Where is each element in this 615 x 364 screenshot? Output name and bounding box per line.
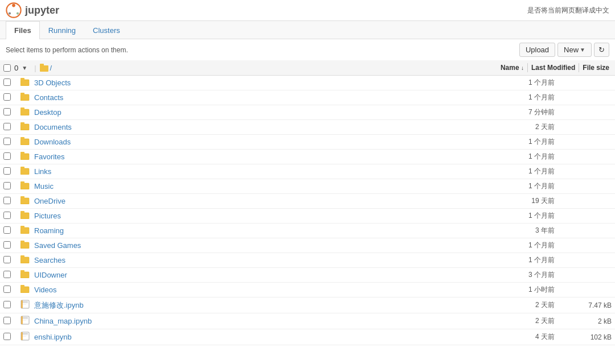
file-name[interactable]: 意施修改.ipynb [34, 300, 464, 311]
row-checkbox[interactable] [3, 93, 11, 101]
folder-icon [20, 270, 32, 280]
file-name[interactable]: 3D Objects [34, 78, 464, 87]
file-modified: 1 个月前 [464, 167, 555, 176]
row-checkbox[interactable] [3, 108, 11, 115]
file-name[interactable]: Links [34, 167, 464, 176]
row-checkbox[interactable] [3, 317, 11, 324]
file-name[interactable]: OneDrive [34, 197, 464, 205]
svg-rect-42 [22, 317, 28, 318]
svg-rect-15 [20, 137, 24, 140]
svg-rect-21 [20, 181, 24, 184]
folder-icon [20, 152, 32, 162]
file-size: 7.47 kB [555, 301, 612, 309]
row-checkbox[interactable] [3, 182, 11, 189]
folder-icon [20, 181, 32, 191]
table-row: Documents2 天前 [0, 120, 615, 135]
svg-rect-37 [22, 301, 28, 303]
row-checkbox[interactable] [3, 226, 11, 234]
modified-col-header[interactable]: Last Modified [529, 64, 577, 72]
file-name[interactable]: China_map.ipynb [34, 317, 464, 325]
row-checkbox[interactable] [3, 167, 11, 175]
upload-button[interactable]: Upload [519, 43, 555, 57]
row-checkbox[interactable] [3, 286, 11, 293]
file-name[interactable]: Searches [34, 256, 464, 264]
svg-rect-5 [40, 64, 44, 67]
svg-rect-17 [20, 152, 24, 155]
toolbar-hint: Select items to perform actions on them. [6, 46, 128, 54]
refresh-button[interactable]: ↻ [594, 43, 609, 57]
file-table: 3D Objects1 个月前Contacts1 个月前Desktop7 分钟前… [0, 76, 615, 345]
file-name[interactable]: Downloads [34, 138, 464, 146]
svg-rect-43 [22, 319, 28, 320]
new-button[interactable]: New ▼ [557, 43, 592, 57]
file-name[interactable]: enshi.ipynb [34, 333, 464, 341]
table-row: Links1 个月前 [0, 164, 615, 179]
row-checkbox[interactable] [3, 152, 11, 160]
jupyter-logo-icon [6, 2, 22, 18]
notebook-icon [20, 300, 32, 311]
breadcrumb: / [40, 64, 52, 72]
table-row: Favorites1 个月前 [0, 150, 615, 164]
svg-rect-9 [20, 93, 24, 96]
size-col-header[interactable]: File size [580, 64, 612, 72]
svg-rect-31 [20, 255, 24, 258]
svg-rect-35 [20, 285, 24, 288]
svg-rect-49 [22, 336, 26, 337]
file-modified: 3 个月前 [464, 270, 555, 280]
folder-icon [20, 226, 32, 235]
row-checkbox[interactable] [3, 138, 11, 145]
folder-breadcrumb-icon [40, 64, 49, 72]
file-name[interactable]: Favorites [34, 152, 464, 161]
table-row: Contacts1 个月前 [0, 90, 615, 105]
row-checkbox[interactable] [3, 256, 11, 263]
file-modified: 1 个月前 [464, 152, 555, 162]
folder-icon [20, 285, 32, 295]
file-name[interactable]: Saved Games [34, 241, 464, 250]
notebook-icon [20, 332, 32, 342]
row-checkbox[interactable] [3, 241, 11, 249]
file-name[interactable]: Contacts [34, 93, 464, 102]
file-size: 102 kB [555, 333, 612, 341]
svg-rect-29 [20, 241, 24, 243]
file-name[interactable]: Desktop [34, 108, 464, 117]
select-all-checkbox[interactable] [3, 64, 11, 72]
tab-running[interactable]: Running [40, 21, 84, 39]
row-checkbox[interactable] [3, 197, 11, 204]
tabs-bar: Files Running Clusters [0, 21, 615, 39]
row-checkbox[interactable] [3, 123, 11, 130]
svg-point-2 [17, 13, 19, 15]
folder-icon [20, 122, 32, 132]
row-checkbox[interactable] [3, 212, 11, 219]
file-name[interactable]: Pictures [34, 212, 464, 220]
svg-rect-19 [20, 167, 24, 169]
file-modified: 7 分钟前 [464, 107, 555, 117]
tab-clusters[interactable]: Clusters [84, 21, 129, 39]
svg-rect-33 [20, 270, 24, 273]
table-row: Downloads1 个月前 [0, 135, 615, 150]
logo: jupyter [6, 2, 59, 18]
svg-point-1 [12, 4, 15, 7]
svg-rect-7 [20, 78, 24, 81]
folder-icon [20, 107, 32, 117]
item-count: 0 [14, 64, 18, 72]
table-row: Roaming3 年前 [0, 224, 615, 238]
file-name[interactable]: Documents [34, 123, 464, 131]
svg-rect-13 [20, 122, 24, 125]
file-modified: 1 小时前 [464, 285, 555, 295]
tab-files[interactable]: Files [6, 21, 40, 39]
file-name[interactable]: Videos [34, 286, 464, 294]
row-checkbox[interactable] [3, 333, 11, 340]
svg-rect-23 [20, 196, 24, 199]
file-name[interactable]: UIDowner [34, 271, 464, 279]
row-checkbox[interactable] [3, 78, 11, 86]
folder-icon [20, 78, 32, 88]
row-checkbox[interactable] [3, 301, 11, 308]
table-row: China_map.ipynb2 天前2 kB [0, 313, 615, 329]
file-name[interactable]: Music [34, 182, 464, 191]
svg-rect-50 [21, 332, 23, 340]
count-dropdown-arrow[interactable]: ▼ [22, 65, 27, 71]
row-checkbox[interactable] [3, 271, 11, 278]
file-name[interactable]: Roaming [34, 226, 464, 235]
name-col-header[interactable]: Name ↓ [498, 64, 526, 72]
file-modified: 2 天前 [464, 122, 555, 132]
